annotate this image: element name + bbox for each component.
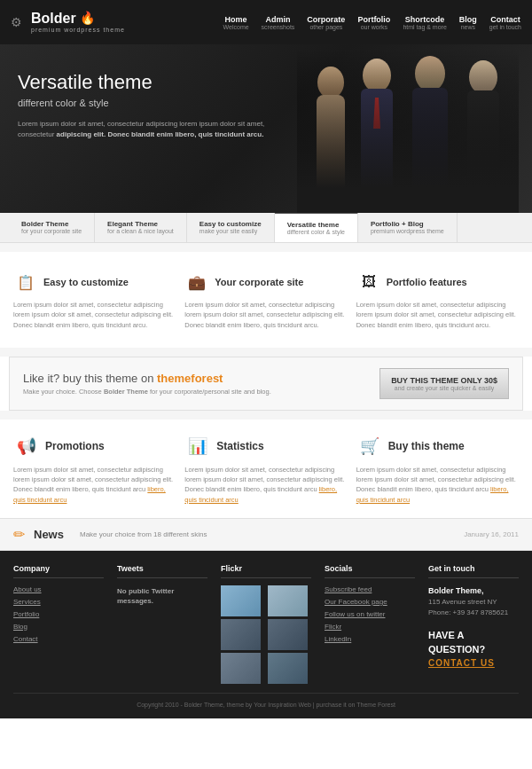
logo-text: Bolder: [31, 11, 76, 27]
flickr-img-6[interactable]: [268, 653, 308, 684]
footer-socials-col: Socials Subscribe feed Our Facebook page…: [325, 564, 415, 684]
footer-link-contact[interactable]: Contact: [13, 635, 104, 643]
feature-corporate: 💼 Your corporate site Lorem ipsum dolor …: [184, 270, 347, 330]
footer-flickr-title: Flickr: [221, 564, 311, 578]
logo-area: Bolder 🔥 premium wordpress theme: [31, 11, 125, 33]
footer-tweets-title: Tweets: [117, 564, 207, 578]
promo-title-3: Buy this theme: [388, 440, 465, 452]
contact-cta1: HAVE A QUESTION?: [428, 630, 485, 654]
flickr-grid: [221, 585, 311, 684]
cart-icon: 🛒: [356, 433, 383, 459]
tweets-empty: No public Twitter messages.: [117, 587, 174, 605]
feature-title-3: Portfolio features: [387, 277, 467, 287]
nav-item-corporate[interactable]: Corporate other pages: [307, 15, 345, 30]
nav-item-contact[interactable]: Contact get in touch: [489, 15, 521, 30]
footer-link-services[interactable]: Services: [13, 598, 104, 606]
hero-title: Versatile theme: [18, 71, 266, 94]
footer-link-portfolio[interactable]: Portfolio: [13, 610, 104, 618]
logo-flame-icon: 🔥: [80, 12, 95, 25]
features-section: 📋 Easy to customize Lorem ipsum dolor si…: [0, 252, 532, 348]
news-bar: ✏ News Make your choice from 18 differen…: [0, 518, 532, 551]
feature-header-2: 💼 Your corporate site: [184, 270, 347, 294]
footer-social-flickr[interactable]: Flickr: [325, 623, 415, 631]
gear-icon: ⚙: [11, 15, 22, 29]
flickr-img-3[interactable]: [221, 619, 261, 650]
hero-section: Versatile theme different color & style …: [0, 44, 532, 213]
footer-company-col: Company About us Services Portfolio Blog…: [13, 564, 104, 684]
buy-btn-main: BUY THIS THEME ONLY 30$: [391, 376, 497, 385]
feature-header-3: 🖼 Portfolio features: [356, 270, 519, 294]
nav-item-home[interactable]: Home Welcome: [223, 15, 249, 30]
top-nav: Home Welcome Admin screenshots Corporate…: [223, 15, 521, 30]
nav-item-blog[interactable]: Blog news: [459, 15, 477, 30]
feature-title-2: Your corporate site: [215, 277, 303, 287]
copyright-text: Copyright 2010 - Bolder Theme, theme by …: [137, 702, 395, 708]
footer-link-about[interactable]: About us: [13, 585, 104, 593]
logo-subtitle: premium wordpress theme: [31, 27, 125, 34]
contact-name: Bolder Theme,: [428, 586, 484, 595]
tab-versatile-theme[interactable]: Versatile theme different color & style: [275, 212, 358, 242]
footer-contact-col: Get in touch Bolder Theme, 115 Avenue st…: [428, 564, 519, 684]
hero-image: [293, 44, 523, 213]
flickr-img-5[interactable]: [221, 653, 261, 684]
pencil-icon: ✏: [13, 526, 25, 543]
footer-social-linkedin[interactable]: LinkedIn: [325, 635, 415, 643]
svg-rect-9: [297, 49, 519, 213]
nav-item-admin[interactable]: Admin screenshots: [262, 15, 295, 30]
feature-portfolio: 🖼 Portfolio features Lorem ipsum dolor s…: [356, 270, 519, 330]
feature-title-1: Easy to customize: [43, 277, 129, 287]
news-date: January 16, 2011: [464, 530, 519, 538]
contact-cta2[interactable]: CONTACT US: [428, 658, 495, 668]
hero-subtitle: different color & style: [18, 98, 266, 108]
buy-banner: Like it? buy this theme on themeforest M…: [9, 357, 523, 411]
footer-contact-title: Get in touch: [428, 564, 519, 578]
tab-bolder-theme[interactable]: Bolder Theme for your corporate site: [9, 213, 95, 242]
footer-social-feed[interactable]: Subscribe feed: [325, 585, 415, 593]
promo-header-2: 📊 Statistics: [184, 433, 347, 459]
promo-buy: 🛒 Buy this theme Lorem ipsum dolor sit a…: [356, 433, 519, 505]
footer-socials-title: Socials: [325, 564, 415, 578]
promo-statistics: 📊 Statistics Lorem ipsum dolor sit amet,…: [184, 433, 347, 505]
themeforest-link[interactable]: themeforest: [157, 372, 223, 385]
promo-title-2: Statistics: [216, 440, 263, 452]
buy-banner-text: Like it? buy this theme on themeforest M…: [23, 372, 271, 396]
briefcase-icon: 💼: [184, 270, 209, 294]
flickr-img-1[interactable]: [221, 585, 261, 616]
clipboard-icon: 📋: [13, 270, 38, 294]
megaphone-icon: 📢: [13, 433, 40, 459]
feature-text-2: Lorem ipsum dolor sit amet, consectetur …: [184, 300, 347, 330]
buy-theme-button[interactable]: BUY THIS THEME ONLY 30$ and create your …: [379, 368, 509, 399]
footer-social-facebook[interactable]: Our Facebook page: [325, 598, 415, 606]
news-title: News: [34, 528, 64, 541]
buy-banner-main: Like it? buy this theme on themeforest: [23, 372, 271, 385]
frame-icon: 🖼: [356, 270, 381, 294]
promo-text-1: Lorem ipsum dolor sit amet, consectetur …: [13, 465, 176, 505]
nav-item-shortcode[interactable]: Shortcode html tag & more: [403, 15, 446, 30]
tab-easy-customize[interactable]: Easy to customize make your site easily: [187, 213, 275, 242]
nav-item-portfolio[interactable]: Portfolio our works: [357, 15, 390, 30]
tab-portfolio-blog[interactable]: Portfolio + Blog premium wordpress theme: [358, 213, 458, 242]
promo-header-3: 🛒 Buy this theme: [356, 433, 519, 459]
flickr-img-2[interactable]: [268, 585, 308, 616]
footer-link-blog[interactable]: Blog: [13, 623, 104, 631]
footer-company-title: Company: [13, 564, 104, 578]
footer-columns: Company About us Services Portfolio Blog…: [13, 564, 519, 684]
hero-body: Lorem ipsum dolor sit amet, consectetur …: [18, 119, 266, 138]
contact-address: 115 Avenue street NY: [428, 598, 497, 606]
flickr-img-4[interactable]: [268, 619, 308, 650]
news-description: Make your choice from 18 different skins: [80, 530, 207, 538]
footer-bottom: Copyright 2010 - Bolder Theme, theme by …: [13, 693, 519, 714]
feature-text-1: Lorem ipsum dolor sit amet, consectetur …: [13, 300, 176, 330]
footer: Company About us Services Portfolio Blog…: [0, 551, 532, 718]
hero-body-text2: adipiscing elit. Donec blandit enim libe…: [57, 130, 264, 138]
contact-phone: Phone: +39 347 8785621: [428, 608, 508, 616]
tab-elegant-theme[interactable]: Elegant Theme for a clean & nice layout: [95, 213, 187, 242]
top-header: ⚙ Bolder 🔥 premium wordpress theme Home …: [0, 0, 532, 44]
promo-promotions: 📢 Promotions Lorem ipsum dolor sit amet,…: [13, 433, 176, 505]
hero-people-svg: [297, 49, 519, 213]
feature-header-1: 📋 Easy to customize: [13, 270, 176, 294]
footer-flickr-col: Flickr: [221, 564, 311, 684]
logo-title: Bolder 🔥: [31, 11, 125, 27]
footer-social-twitter[interactable]: Follow us on twitter: [325, 610, 415, 618]
hero-text: Versatile theme different color & style …: [18, 62, 266, 139]
